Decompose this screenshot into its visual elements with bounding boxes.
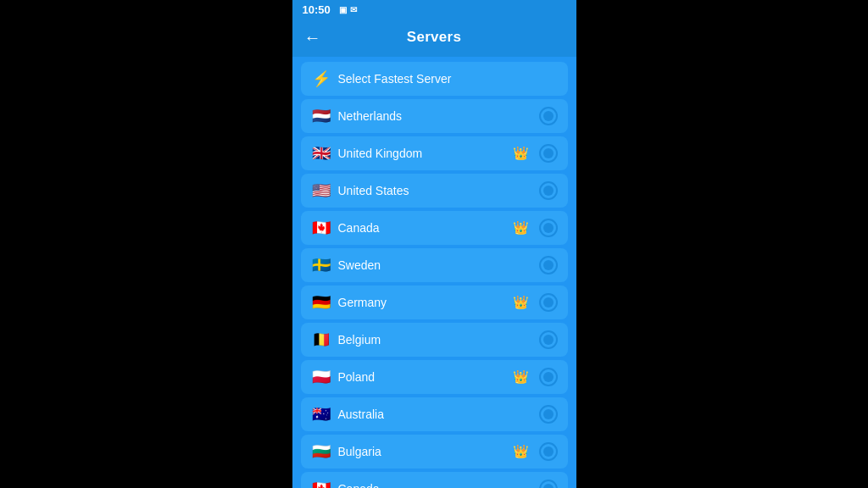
radio-canada-2[interactable]	[539, 480, 558, 488]
fastest-server-label: Select Fastest Server	[338, 72, 558, 86]
server-item-bulgaria[interactable]: 🇧🇬 Bulgaria 👑	[301, 435, 568, 469]
server-item-sweden[interactable]: 🇸🇪 Sweden	[301, 248, 568, 282]
server-item-belgium[interactable]: 🇧🇪 Belgium	[301, 323, 568, 357]
radio-united-states[interactable]	[539, 181, 558, 200]
radio-germany[interactable]	[539, 293, 558, 312]
server-name-united-states: United States	[338, 184, 532, 197]
flag-canada-1: 🇨🇦	[311, 220, 331, 236]
status-bar: 10:50 ▣ ✉	[292, 0, 576, 19]
flag-united-kingdom: 🇬🇧	[311, 146, 331, 161]
flag-sweden: 🇸🇪	[311, 258, 331, 273]
flag-netherlands: 🇳🇱	[311, 108, 331, 124]
server-name-poland: Poland	[338, 370, 506, 384]
crown-icon-bulgaria: 👑	[513, 444, 529, 459]
radio-netherlands[interactable]	[539, 107, 558, 125]
fastest-server-item[interactable]: ⚡ Select Fastest Server	[301, 62, 568, 96]
fastest-icon: ⚡	[311, 71, 331, 86]
radio-australia[interactable]	[539, 405, 558, 424]
server-name-germany: Germany	[338, 296, 506, 309]
crown-icon-united-kingdom: 👑	[513, 146, 529, 161]
server-item-united-states[interactable]: 🇺🇸 United States	[301, 174, 568, 208]
radio-united-kingdom[interactable]	[539, 144, 558, 163]
server-list: ⚡ Select Fastest Server 🇳🇱 Netherlands 🇬…	[292, 57, 576, 488]
server-item-australia[interactable]: 🇦🇺 Australia	[301, 397, 568, 431]
flag-australia: 🇦🇺	[311, 407, 331, 422]
notification-icon: ▣	[339, 5, 347, 14]
radio-bulgaria[interactable]	[539, 442, 558, 461]
server-name-australia: Australia	[338, 408, 532, 421]
server-name-belgium: Belgium	[338, 333, 532, 347]
header: ← Servers	[292, 19, 576, 57]
flag-belgium: 🇧🇪	[311, 332, 331, 347]
mail-icon: ✉	[350, 5, 357, 14]
server-item-germany[interactable]: 🇩🇪 Germany 👑	[301, 286, 568, 319]
server-item-united-kingdom[interactable]: 🇬🇧 United Kingdom 👑	[301, 136, 568, 170]
flag-canada-2: 🇨🇦	[311, 481, 331, 488]
status-time: 10:50	[303, 3, 331, 16]
server-name-united-kingdom: United Kingdom	[338, 147, 506, 160]
server-name-canada-1: Canada	[338, 221, 506, 235]
flag-germany: 🇩🇪	[311, 295, 331, 310]
flag-bulgaria: 🇧🇬	[311, 444, 331, 459]
back-button[interactable]: ←	[304, 29, 321, 46]
flag-poland: 🇵🇱	[311, 369, 331, 385]
status-icons: ▣ ✉	[339, 5, 357, 14]
radio-poland[interactable]	[539, 368, 558, 386]
flag-united-states: 🇺🇸	[311, 183, 331, 198]
server-name-sweden: Sweden	[338, 258, 532, 272]
radio-sweden[interactable]	[539, 256, 558, 274]
header-title: Servers	[407, 29, 462, 46]
phone-screen: 10:50 ▣ ✉ ← Servers ⚡ Select Fastest Ser…	[292, 0, 576, 488]
crown-icon-canada-1: 👑	[513, 220, 529, 236]
server-item-canada-1[interactable]: 🇨🇦 Canada 👑	[301, 211, 568, 245]
radio-canada-1[interactable]	[539, 219, 558, 237]
server-item-netherlands[interactable]: 🇳🇱 Netherlands	[301, 99, 568, 133]
radio-belgium[interactable]	[539, 330, 558, 349]
server-name-canada-2: Canada	[338, 482, 532, 488]
server-name-netherlands: Netherlands	[338, 109, 532, 123]
crown-icon-germany: 👑	[513, 295, 529, 310]
server-name-bulgaria: Bulgaria	[338, 445, 506, 458]
server-item-canada-2[interactable]: 🇨🇦 Canada	[301, 472, 568, 488]
server-item-poland[interactable]: 🇵🇱 Poland 👑	[301, 360, 568, 394]
crown-icon-poland: 👑	[513, 369, 529, 385]
